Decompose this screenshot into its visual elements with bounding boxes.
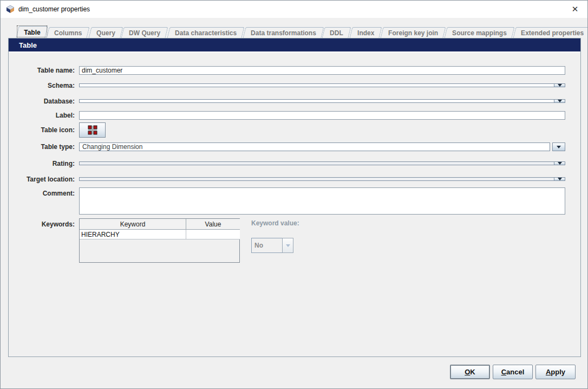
apply-button[interactable]: Apply: [535, 365, 576, 379]
properties-dialog: dim_customer properties ✕ Table Columns …: [0, 0, 588, 389]
table-type-label: Table type:: [9, 143, 77, 151]
label-input[interactable]: [79, 111, 565, 120]
tab-data-transformations[interactable]: Data transformations: [243, 27, 324, 38]
target-location-dropdown-icon[interactable]: [554, 177, 565, 181]
keyword-value-dropdown-icon: [282, 238, 293, 253]
keyword-value-label: Keyword value:: [251, 219, 299, 227]
tab-query[interactable]: Query: [88, 27, 123, 38]
comment-row: Comment:: [9, 187, 565, 215]
rating-row: Rating:: [9, 157, 565, 170]
close-icon[interactable]: ✕: [563, 1, 587, 17]
keyword-value-cell[interactable]: [186, 230, 240, 239]
keyword-table-row[interactable]: HIERARCHY: [80, 230, 239, 239]
window-title: dim_customer properties: [18, 5, 90, 13]
tab-extended-properties[interactable]: Extended properties: [513, 27, 588, 38]
section-header: Table: [9, 38, 580, 53]
tab-foreign-key-join[interactable]: Foreign key join: [381, 27, 446, 38]
label-row: Label:: [9, 109, 565, 121]
target-location-value[interactable]: [79, 177, 554, 181]
keyword-value-selected: No: [251, 238, 283, 253]
ok-button[interactable]: OK: [450, 365, 490, 379]
value-column-header: Value: [186, 219, 240, 230]
cancel-button[interactable]: Cancel: [493, 365, 533, 379]
target-location-row: Target location:: [9, 172, 565, 186]
database-label: Database:: [9, 98, 77, 105]
keywords-label: Keywords:: [9, 218, 77, 228]
app-cube-icon: [6, 5, 15, 14]
schema-combobox[interactable]: [79, 83, 565, 87]
table-type-row: Table type: Changing Dimension: [9, 140, 565, 154]
keywords-table-header: Keyword Value: [80, 219, 239, 230]
table-tab-panel: Table Table name: Schema: Database:: [8, 38, 581, 357]
table-name-row: Table name:: [9, 64, 565, 76]
rating-label: Rating:: [9, 160, 77, 167]
tab-strip: Table Columns Query DW Query Data charac…: [17, 26, 588, 38]
table-type-dropdown-icon[interactable]: [552, 142, 565, 151]
keyword-column-header: Keyword: [80, 219, 186, 230]
table-icon-label: Table icon:: [9, 126, 77, 134]
schema-label: Schema:: [9, 82, 77, 89]
database-combobox[interactable]: [79, 99, 565, 103]
table-type-value[interactable]: Changing Dimension: [79, 142, 550, 151]
title-bar: dim_customer properties ✕: [1, 1, 587, 18]
tab-ddl[interactable]: DDL: [322, 27, 351, 38]
database-value[interactable]: [79, 99, 554, 103]
tab-table[interactable]: Table: [16, 26, 48, 38]
schema-value[interactable]: [79, 83, 554, 87]
comment-label: Comment:: [9, 187, 77, 197]
rating-dropdown-icon[interactable]: [554, 161, 565, 165]
keyword-value-combobox: No: [251, 238, 293, 253]
table-icon-row: Table icon:: [9, 122, 565, 138]
keywords-table[interactable]: Keyword Value HIERARCHY: [79, 218, 240, 263]
table-icon-button[interactable]: [79, 122, 106, 138]
rating-value[interactable]: [79, 161, 554, 165]
tab-index[interactable]: Index: [349, 27, 382, 38]
database-row: Database:: [9, 95, 565, 107]
section-title: Table: [19, 41, 37, 49]
table-type-combobox[interactable]: Changing Dimension: [79, 142, 565, 151]
label-label: Label:: [9, 112, 77, 119]
target-location-combobox[interactable]: [79, 177, 565, 181]
tab-source-mappings[interactable]: Source mappings: [445, 27, 515, 38]
database-dropdown-icon[interactable]: [554, 99, 565, 103]
dimension-grid-icon: [87, 125, 98, 135]
keyword-cell[interactable]: HIERARCHY: [80, 230, 186, 239]
table-name-input[interactable]: [79, 66, 565, 75]
tab-columns[interactable]: Columns: [47, 27, 90, 38]
rating-combobox[interactable]: [79, 161, 565, 165]
schema-row: Schema:: [9, 79, 565, 92]
tab-dw-query[interactable]: DW Query: [121, 27, 168, 38]
comment-textarea[interactable]: [79, 187, 565, 215]
table-name-label: Table name:: [9, 67, 77, 74]
tab-data-characteristics[interactable]: Data characteristics: [167, 27, 244, 38]
target-location-label: Target location:: [9, 176, 77, 183]
schema-dropdown-icon[interactable]: [554, 83, 565, 87]
